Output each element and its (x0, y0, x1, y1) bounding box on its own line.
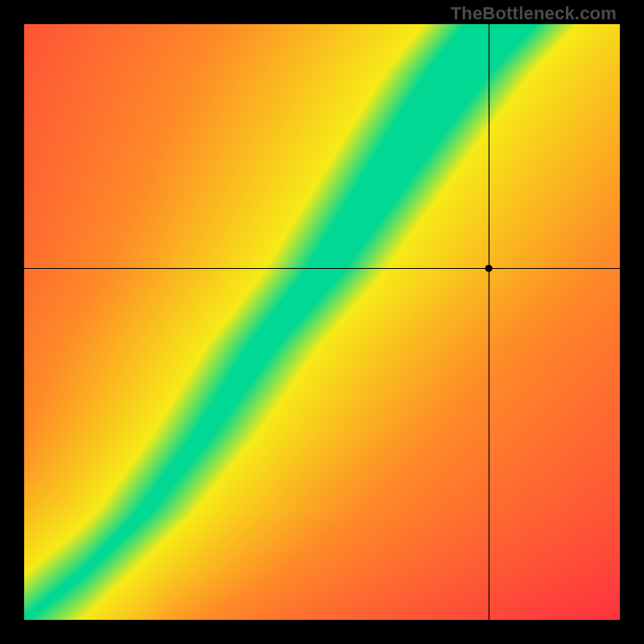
bottleneck-heatmap (24, 24, 620, 620)
chart-frame: TheBottleneck.com (0, 0, 644, 644)
watermark-text: TheBottleneck.com (451, 3, 617, 24)
